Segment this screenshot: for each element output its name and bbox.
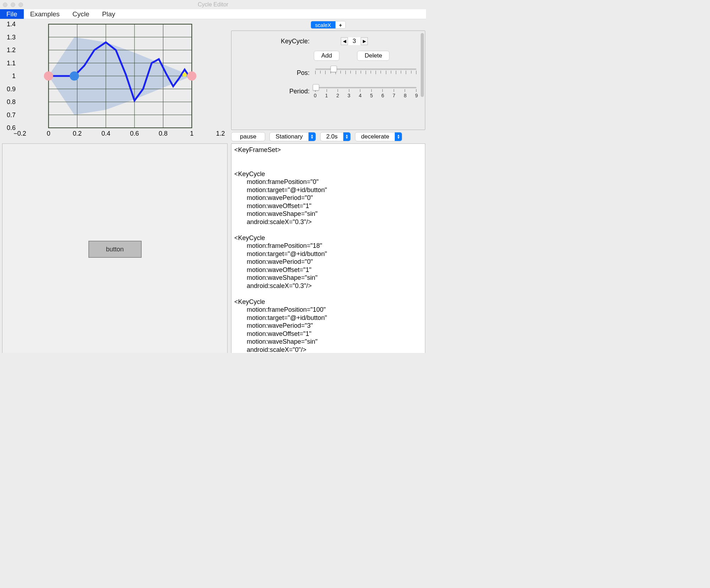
tab-add[interactable]: + (335, 21, 346, 28)
svg-text:1: 1 (12, 72, 16, 80)
svg-point-33 (44, 71, 53, 81)
period-label: Period: (239, 88, 310, 95)
svg-text:1.1: 1.1 (7, 60, 16, 67)
svg-point-36 (187, 71, 196, 81)
pos-slider[interactable] (314, 66, 418, 79)
chevron-updown-icon: ▲▼ (343, 132, 350, 141)
period-slider[interactable]: 0123456789 (314, 85, 418, 98)
menubar: File Examples Cycle Play (0, 9, 426, 19)
svg-text:0.8: 0.8 (7, 98, 16, 105)
delete-button[interactable]: Delete (357, 51, 389, 61)
easing-select[interactable]: decelerate ▲▼ (355, 132, 402, 141)
menu-file[interactable]: File (0, 9, 24, 19)
svg-text:1.2: 1.2 (216, 130, 225, 137)
keycycle-label: KeyCycle: (239, 38, 310, 45)
svg-text:0.2: 0.2 (73, 130, 82, 137)
svg-text:1.3: 1.3 (7, 34, 16, 41)
scrollbar[interactable] (421, 33, 424, 97)
chevron-updown-icon: ▲▼ (395, 132, 402, 141)
properties-box: KeyCycle: ◀ 3 ▶ Add Delete Pos: (231, 31, 425, 130)
keycycle-value: 3 (348, 37, 361, 45)
svg-point-35 (182, 72, 187, 77)
svg-text:0.9: 0.9 (7, 86, 16, 93)
tab-scalex[interactable]: scaleX (311, 21, 335, 28)
properties-panel: scaleX + KeyCycle: ◀ 3 ▶ Add Delete Pos: (231, 21, 425, 141)
menu-cycle[interactable]: Cycle (66, 9, 96, 19)
mode-select[interactable]: Stationary ▲▼ (269, 132, 316, 141)
pos-label: Pos: (239, 69, 310, 77)
add-button[interactable]: Add (314, 51, 339, 61)
keycycle-stepper[interactable]: ◀ 3 ▶ (341, 37, 368, 45)
svg-text:0.7: 0.7 (7, 111, 16, 119)
menu-play[interactable]: Play (96, 9, 122, 19)
stepper-next-icon[interactable]: ▶ (361, 37, 368, 45)
svg-text:0: 0 (47, 130, 50, 137)
titlebar: Cycle Editor (0, 0, 426, 9)
playback-row: pause Stationary ▲▼ 2.0s ▲▼ decelerate ▲… (231, 131, 425, 141)
window-title: Cycle Editor (0, 1, 426, 8)
preview-panel: button (2, 143, 228, 353)
period-thumb[interactable] (313, 84, 319, 91)
chevron-updown-icon: ▲▼ (308, 132, 316, 141)
pause-button[interactable]: pause (231, 132, 265, 141)
chart-svg[interactable]: −0.200.20.40.60.811.20.60.70.80.911.11.2… (2, 21, 228, 141)
svg-text:1.2: 1.2 (7, 47, 16, 54)
stepper-prev-icon[interactable]: ◀ (341, 37, 348, 45)
svg-point-34 (70, 71, 79, 81)
svg-text:0.6: 0.6 (7, 124, 16, 131)
menu-examples[interactable]: Examples (24, 9, 66, 19)
tab-strip: scaleX + (231, 21, 425, 29)
svg-text:0.8: 0.8 (159, 130, 168, 137)
pos-thumb[interactable] (331, 66, 337, 72)
chart-panel: −0.200.20.40.60.811.20.60.70.80.911.11.2… (2, 21, 228, 141)
duration-select[interactable]: 2.0s ▲▼ (320, 132, 351, 141)
easing-value: decelerate (355, 133, 395, 140)
svg-text:1: 1 (190, 130, 193, 137)
svg-text:0.4: 0.4 (102, 130, 110, 137)
mode-value: Stationary (270, 133, 308, 140)
svg-text:1.4: 1.4 (7, 21, 16, 28)
preview-button[interactable]: button (88, 241, 142, 258)
duration-value: 2.0s (321, 133, 343, 140)
svg-text:0.6: 0.6 (130, 130, 139, 137)
xml-output[interactable]: <KeyFrameSet> <KeyCycle motion:framePosi… (231, 143, 425, 353)
